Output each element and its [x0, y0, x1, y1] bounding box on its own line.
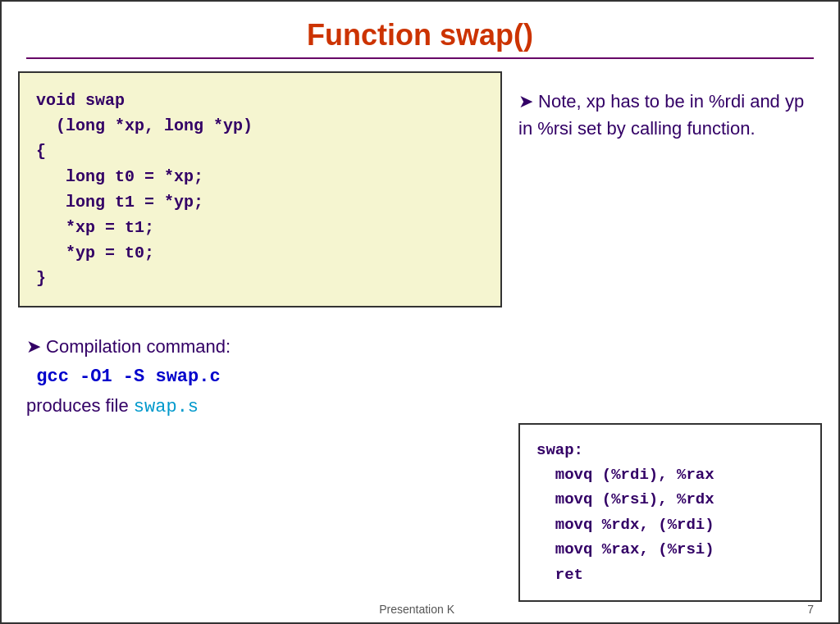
compilation-arrow: ➤ [26, 336, 41, 357]
gcc-command: gcc -O1 -S swap.c [36, 367, 220, 387]
footer-center: Presentation K [379, 603, 454, 616]
slide-container: Function swap() void swap (long *xp, lon… [2, 2, 838, 622]
produces-text: produces file [26, 395, 134, 416]
right-column: ➤ Note, xp has to be in %rdi and yp in %… [518, 71, 822, 602]
main-content: void swap (long *xp, long *yp) { long t0… [18, 71, 822, 602]
footer-page: 7 [807, 603, 814, 616]
note-content: Note, xp has to be in %rdi and yp in %rs… [518, 91, 804, 139]
left-column: void swap (long *xp, long *yp) { long t0… [18, 71, 502, 602]
swap-s-text: swap.s [134, 397, 199, 417]
slide-title: Function swap() [18, 10, 822, 57]
footer: Presentation K 7 [2, 603, 838, 616]
c-code-box: void swap (long *xp, long *yp) { long t0… [18, 71, 502, 307]
compilation-info: ➤ Compilation command: gcc -O1 -S swap.c… [18, 324, 502, 422]
compilation-command-line: ➤ Compilation command: [26, 332, 502, 361]
note-arrow: ➤ [518, 91, 533, 112]
compilation-label: Compilation command: [41, 336, 231, 357]
note-text: ➤ Note, xp has to be in %rdi and yp in %… [518, 80, 822, 150]
asm-code-box: swap: movq (%rdi), %rax movq (%rsi), %rd… [518, 423, 822, 602]
produces-line: produces file swap.s [26, 391, 502, 421]
title-divider [26, 57, 814, 59]
gcc-command-line: gcc -O1 -S swap.c [26, 361, 502, 391]
